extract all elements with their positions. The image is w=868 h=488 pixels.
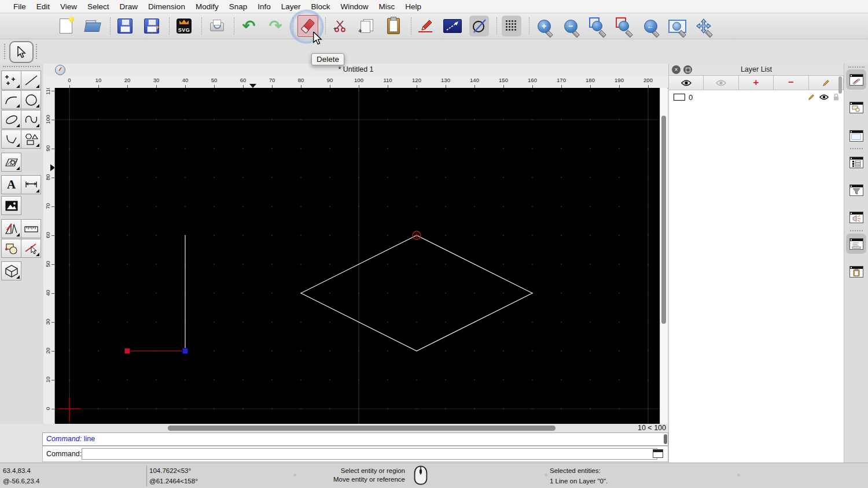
grid-dot bbox=[156, 90, 157, 91]
new-file-button[interactable] bbox=[56, 16, 76, 36]
menu-item-draw[interactable]: Draw bbox=[115, 2, 144, 11]
pencil-icon bbox=[822, 79, 830, 87]
command-widget-icon[interactable] bbox=[653, 449, 663, 458]
selection-handle-start[interactable] bbox=[125, 349, 130, 354]
undo-button[interactable]: ↶ bbox=[239, 16, 259, 36]
select-tool-button[interactable] bbox=[9, 41, 34, 63]
grid-dot bbox=[358, 148, 359, 149]
line-attributes-button[interactable] bbox=[443, 16, 462, 36]
polyline-tool-button[interactable] bbox=[1, 130, 21, 149]
order-tools-button[interactable] bbox=[1, 239, 21, 258]
dock-clipboard-button[interactable] bbox=[846, 261, 866, 282]
polygon-tool-button[interactable] bbox=[21, 130, 41, 149]
grid-dot bbox=[156, 177, 157, 178]
text-tool-button[interactable]: A bbox=[1, 175, 21, 194]
dock-command-line-button[interactable] bbox=[846, 234, 866, 254]
menu-item-dimension[interactable]: Dimension bbox=[143, 2, 190, 11]
save-button[interactable] bbox=[115, 16, 135, 36]
hide-all-layers-button[interactable] bbox=[704, 76, 738, 90]
ellipse-tool-button[interactable] bbox=[1, 110, 21, 129]
spline-tool-button[interactable] bbox=[21, 110, 41, 129]
zoom-window-button[interactable] bbox=[667, 16, 687, 36]
layer-color-swatch[interactable] bbox=[674, 94, 685, 101]
layer-visibility-icon[interactable] bbox=[819, 94, 829, 100]
zoom-out-button[interactable]: − bbox=[561, 16, 580, 36]
select-entity-tool-button[interactable] bbox=[21, 239, 41, 258]
grid-toggle-button[interactable] bbox=[502, 16, 521, 36]
grid-dot bbox=[98, 148, 99, 149]
bottom-bars: 10 < 100 Command: line Command: bbox=[0, 424, 668, 463]
layer-edit-icon[interactable] bbox=[807, 93, 815, 101]
menu-item-select[interactable]: Select bbox=[82, 2, 115, 11]
zoom-select-button[interactable] bbox=[614, 16, 634, 36]
export-svg-button[interactable]: SVG bbox=[174, 16, 194, 36]
layer-row[interactable]: 0 bbox=[669, 91, 844, 103]
menu-item-misc[interactable]: Misc bbox=[374, 2, 400, 11]
canvas-vertical-scrollbar[interactable] bbox=[660, 88, 667, 424]
dimension-tool-button[interactable] bbox=[21, 175, 41, 194]
line-tool-button[interactable] bbox=[21, 71, 41, 90]
open-file-button[interactable] bbox=[83, 16, 102, 36]
print-preview-button[interactable] bbox=[207, 16, 226, 36]
drag-handle[interactable] bbox=[3, 66, 40, 67]
paste-button[interactable] bbox=[384, 16, 403, 36]
ruler-y-tick bbox=[52, 409, 54, 409]
canvas-horizontal-scrollbar[interactable] bbox=[55, 425, 634, 431]
circle-line-tool-button[interactable] bbox=[469, 16, 489, 36]
panel-scrollbar-thumb[interactable] bbox=[838, 76, 842, 94]
modify-tools-button[interactable] bbox=[1, 219, 21, 238]
grid-dot bbox=[156, 206, 157, 207]
cut-button[interactable]: + bbox=[330, 16, 350, 36]
measure-tools-button[interactable] bbox=[21, 219, 41, 238]
grid-dot bbox=[271, 321, 273, 323]
zoom-auto-button[interactable] bbox=[587, 16, 607, 36]
redo-button[interactable]: ↷ bbox=[266, 16, 285, 36]
coordinate-widget-icon[interactable] bbox=[55, 65, 65, 75]
layer-lock-icon[interactable] bbox=[833, 93, 840, 101]
zoom-in-button[interactable]: + bbox=[534, 16, 554, 36]
zoom-previous-button[interactable]: ← bbox=[641, 16, 660, 36]
dock-pen-palette-button[interactable] bbox=[846, 69, 866, 90]
dock-library-browser-button[interactable] bbox=[846, 125, 866, 146]
circle-tool-button[interactable] bbox=[21, 90, 41, 109]
menu-item-snap[interactable]: Snap bbox=[224, 2, 253, 11]
menu-item-help[interactable]: Help bbox=[400, 2, 426, 11]
drawing-canvas[interactable] bbox=[55, 88, 660, 424]
copy-button[interactable]: + bbox=[357, 16, 377, 36]
solid-tools-button[interactable] bbox=[1, 261, 21, 280]
dock-layer-list-button[interactable] bbox=[846, 152, 866, 172]
menu-item-info[interactable]: Info bbox=[252, 2, 276, 11]
grid-dot bbox=[445, 350, 446, 352]
hatch-tool-button[interactable] bbox=[1, 153, 21, 172]
menu-item-block[interactable]: Block bbox=[306, 2, 336, 11]
dock-selection-filter-button[interactable] bbox=[846, 180, 866, 200]
drag-handle[interactable] bbox=[4, 44, 5, 59]
float-panel-button[interactable] bbox=[683, 65, 692, 74]
arc-tool-button[interactable] bbox=[1, 90, 21, 109]
command-input[interactable] bbox=[82, 448, 657, 460]
menu-item-modify[interactable]: Modify bbox=[190, 2, 224, 11]
dock-block-list-button[interactable] bbox=[846, 97, 866, 117]
close-panel-button[interactable]: × bbox=[672, 65, 681, 74]
show-all-layers-button[interactable] bbox=[669, 76, 704, 90]
add-layer-button[interactable]: + bbox=[739, 76, 774, 90]
points-tool-button[interactable] bbox=[1, 71, 21, 90]
selection-handle-end[interactable] bbox=[183, 349, 188, 354]
image-tool-button[interactable] bbox=[1, 196, 21, 215]
menu-item-file[interactable]: File bbox=[8, 2, 31, 11]
grid-dot bbox=[185, 119, 186, 120]
menu-item-window[interactable]: Window bbox=[336, 2, 374, 11]
scrollbar-thumb[interactable] bbox=[661, 116, 666, 324]
pen-attributes-button[interactable] bbox=[416, 16, 436, 36]
history-scrollbar-thumb[interactable] bbox=[664, 434, 667, 444]
ruler-x-label: 20 bbox=[124, 77, 131, 83]
scrollbar-thumb[interactable] bbox=[168, 426, 556, 431]
menu-item-edit[interactable]: Edit bbox=[31, 2, 55, 11]
save-as-button[interactable] bbox=[142, 16, 161, 36]
menu-item-view[interactable]: View bbox=[55, 2, 82, 11]
remove-layer-button[interactable]: − bbox=[774, 76, 808, 90]
dock-quick-widget-button[interactable] bbox=[846, 207, 866, 227]
drag-handle[interactable] bbox=[848, 66, 865, 68]
zoom-pan-button[interactable] bbox=[694, 16, 713, 36]
menu-item-layer[interactable]: Layer bbox=[276, 2, 306, 11]
